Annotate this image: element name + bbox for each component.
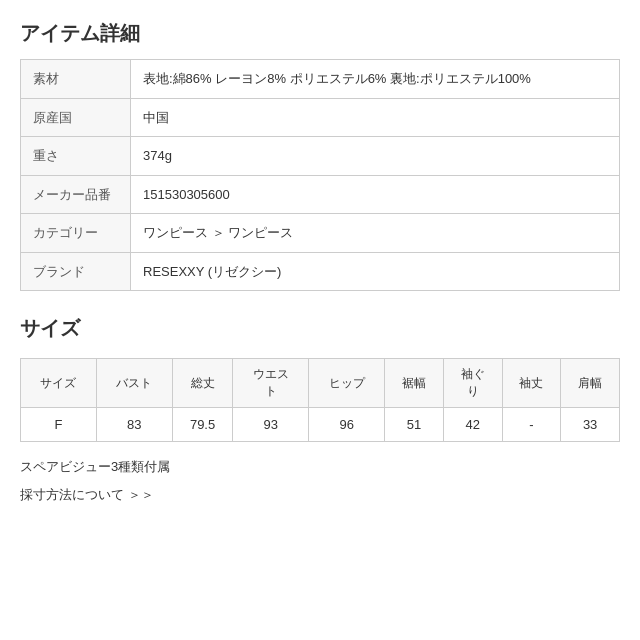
detail-row: カテゴリーワンピース ＞ ワンピース (21, 214, 620, 253)
size-cell: - (502, 408, 561, 442)
detail-row: メーカー品番151530305600 (21, 175, 620, 214)
item-detail-title: アイテム詳細 (20, 20, 620, 47)
detail-row: 素材表地:綿86% レーヨン8% ポリエステル6% 裏地:ポリエステル100% (21, 60, 620, 99)
size-cell: 96 (309, 408, 385, 442)
detail-value: 表地:綿86% レーヨン8% ポリエステル6% 裏地:ポリエステル100% (131, 60, 620, 99)
detail-value: 374g (131, 137, 620, 176)
detail-value: RESEXXY (リゼクシー) (131, 252, 620, 291)
size-cell: F (21, 408, 97, 442)
size-column-header: 総丈 (172, 359, 233, 408)
detail-value: 151530305600 (131, 175, 620, 214)
size-table: サイズバスト総丈ウエストヒップ裾幅袖ぐり袖丈肩幅 F8379.593965142… (20, 358, 620, 442)
size-cell: 79.5 (172, 408, 233, 442)
size-cell: 33 (561, 408, 620, 442)
size-cell: 42 (443, 408, 502, 442)
item-detail-table: 素材表地:綿86% レーヨン8% ポリエステル6% 裏地:ポリエステル100%原… (20, 59, 620, 291)
size-column-header: 肩幅 (561, 359, 620, 408)
detail-value: ワンピース ＞ ワンピース (131, 214, 620, 253)
size-column-header: 袖丈 (502, 359, 561, 408)
detail-label: カテゴリー (21, 214, 131, 253)
detail-label: 素材 (21, 60, 131, 99)
detail-row: 原産国中国 (21, 98, 620, 137)
detail-label: 原産国 (21, 98, 131, 137)
size-column-header: ヒップ (309, 359, 385, 408)
size-table-wrapper: サイズバスト総丈ウエストヒップ裾幅袖ぐり袖丈肩幅 F8379.593965142… (20, 358, 620, 442)
size-column-header: 袖ぐり (443, 359, 502, 408)
size-cell: 83 (96, 408, 172, 442)
size-column-header: サイズ (21, 359, 97, 408)
size-cell: 93 (233, 408, 309, 442)
size-section-title: サイズ (20, 315, 620, 342)
detail-value: 中国 (131, 98, 620, 137)
size-column-header: バスト (96, 359, 172, 408)
detail-row: 重さ374g (21, 137, 620, 176)
size-note: スペアビジュー3種類付属 (20, 458, 620, 476)
detail-label: メーカー品番 (21, 175, 131, 214)
detail-label: ブランド (21, 252, 131, 291)
size-cell: 51 (385, 408, 444, 442)
detail-row: ブランドRESEXXY (リゼクシー) (21, 252, 620, 291)
size-column-header: 裾幅 (385, 359, 444, 408)
measurement-link[interactable]: 採寸方法について ＞＞ (20, 487, 154, 502)
size-column-header: ウエスト (233, 359, 309, 408)
size-row: F8379.593965142-33 (21, 408, 620, 442)
detail-label: 重さ (21, 137, 131, 176)
